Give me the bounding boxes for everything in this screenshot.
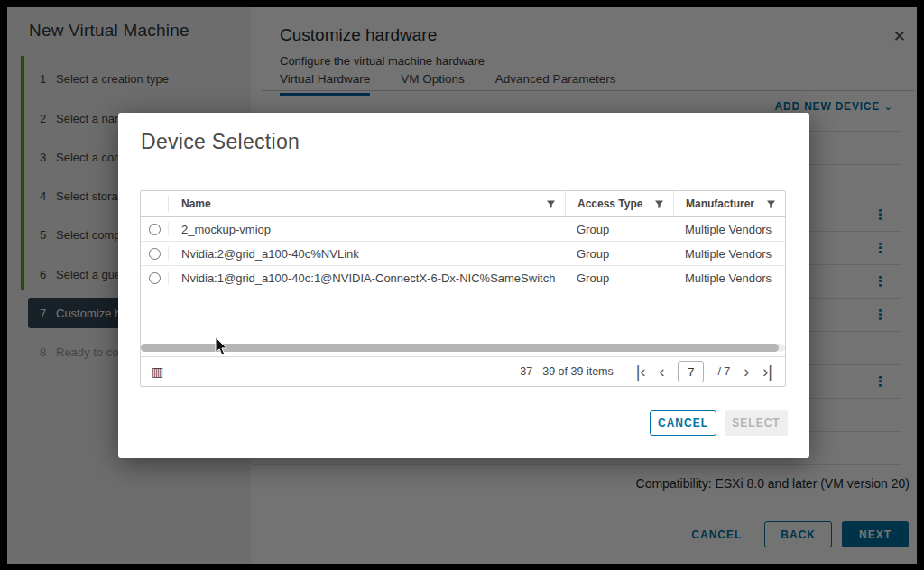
device-manufacturer: Multiple Vendors xyxy=(673,247,785,261)
column-header-access-type[interactable]: Access Type xyxy=(578,198,643,210)
dialog-actions: CANCEL SELECT xyxy=(650,410,788,436)
column-header-name[interactable]: Name xyxy=(181,198,211,210)
device-selection-dialog: Device Selection Name Access Type Manufa… xyxy=(118,113,809,458)
filter-icon[interactable] xyxy=(654,199,664,209)
table-header: Name Access Type Manufacturer xyxy=(141,191,785,217)
next-page-icon[interactable]: › xyxy=(744,363,749,380)
pagination: 37 - 39 of 39 items |‹ ‹ 7 / 7 › ›| xyxy=(520,361,785,382)
horizontal-scrollbar[interactable] xyxy=(141,344,785,352)
device-access-type: Group xyxy=(565,271,673,285)
table-row[interactable]: Nvidia:2@grid_a100-40c%NVLink Group Mult… xyxy=(141,242,785,266)
dialog-select-button-disabled[interactable]: SELECT xyxy=(725,410,788,436)
device-access-type: Group xyxy=(565,223,673,236)
device-manufacturer: Multiple Vendors xyxy=(673,271,785,285)
dialog-cancel-button[interactable]: CANCEL xyxy=(650,410,716,436)
items-count: 37 - 39 of 39 items xyxy=(520,365,614,378)
scrollbar-thumb[interactable] xyxy=(141,344,779,352)
device-name: 2_mockup-vmiop xyxy=(168,222,565,236)
table-row[interactable]: 2_mockup-vmiop Group Multiple Vendors xyxy=(141,217,785,242)
radio-button[interactable] xyxy=(149,272,161,284)
table-row[interactable]: Nvidia:1@grid_a100-40c:1@NVIDIA-ConnectX… xyxy=(141,266,785,290)
radio-button[interactable] xyxy=(149,224,161,235)
radio-button[interactable] xyxy=(149,248,161,260)
column-toggle-icon[interactable]: ▥ xyxy=(152,364,163,379)
filter-icon[interactable] xyxy=(766,199,776,209)
device-access-type: Group xyxy=(565,247,673,261)
filter-icon[interactable] xyxy=(546,199,556,209)
first-page-icon[interactable]: |‹ xyxy=(636,363,646,380)
device-table: Name Access Type Manufacturer 2_mockup-v… xyxy=(140,190,786,387)
device-name: Nvidia:1@grid_a100-40c:1@NVIDIA-ConnectX… xyxy=(168,271,565,285)
page-number-input[interactable]: 7 xyxy=(678,361,704,382)
table-footer: ▥ 37 - 39 of 39 items |‹ ‹ 7 / 7 › ›| xyxy=(141,356,785,386)
previous-page-icon[interactable]: ‹ xyxy=(659,363,664,380)
last-page-icon[interactable]: ›| xyxy=(762,363,772,380)
app-window: New Virtual Machine 1Select a creation t… xyxy=(7,7,917,564)
column-header-manufacturer[interactable]: Manufacturer xyxy=(686,198,754,210)
dialog-title: Device Selection xyxy=(141,130,300,154)
page-total: / 7 xyxy=(717,365,730,378)
device-manufacturer: Multiple Vendors xyxy=(673,223,785,236)
device-name: Nvidia:2@grid_a100-40c%NVLink xyxy=(168,246,565,261)
